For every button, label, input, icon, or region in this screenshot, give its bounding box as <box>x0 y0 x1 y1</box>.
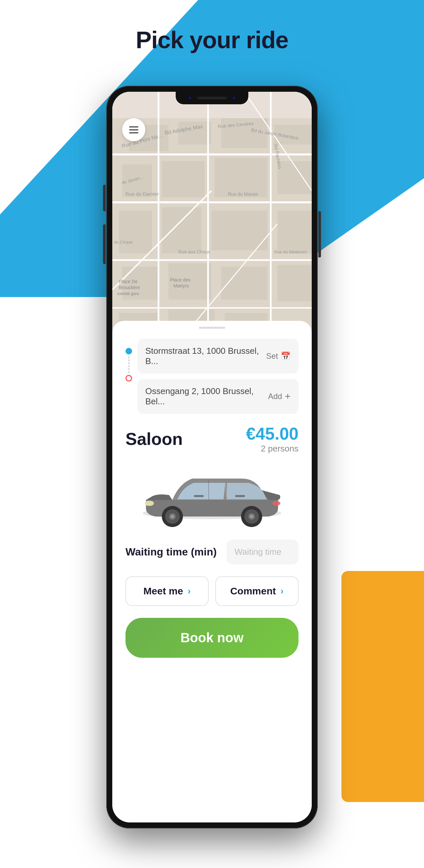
book-now-button[interactable]: Book now <box>125 618 299 658</box>
phone-notch <box>176 92 248 104</box>
car-capacity: 2 persons <box>246 443 299 454</box>
svg-text:oximité gare: oximité gare <box>117 291 139 296</box>
svg-rect-11 <box>162 207 202 253</box>
power-button <box>318 211 321 257</box>
origin-input[interactable]: Stormstraat 13, 1000 Brussel, B... Set 📅 <box>138 339 299 374</box>
svg-point-59 <box>272 501 280 506</box>
svg-text:Rue du Damier: Rue du Damier <box>125 191 159 197</box>
sheet-handle <box>199 327 225 329</box>
car-price: €45.00 <box>246 424 299 443</box>
set-label: Set <box>266 351 278 361</box>
svg-rect-62 <box>194 495 204 497</box>
destination-text: Ossengang 2, 1000 Brussel, Bel... <box>145 386 268 407</box>
speaker <box>197 97 227 99</box>
destination-input[interactable]: Ossengang 2, 1000 Brussel, Bel... Add + <box>138 379 299 414</box>
meet-me-label: Meet me <box>143 586 183 597</box>
hamburger-icon <box>129 126 139 133</box>
svg-rect-7 <box>162 161 205 197</box>
page-title: Pick your ride <box>0 26 424 54</box>
svg-text:Brouckère: Brouckère <box>119 285 140 290</box>
origin-text: Stormstraat 13, 1000 Brussel, B... <box>145 346 266 366</box>
car-type: Saloon <box>125 429 183 449</box>
svg-text:Rue du Marais: Rue du Marais <box>228 191 258 197</box>
svg-point-53 <box>171 515 174 518</box>
route-dots <box>125 339 132 414</box>
set-action[interactable]: Set 📅 <box>266 351 291 361</box>
comment-button[interactable]: Comment › <box>215 576 299 606</box>
svg-text:Place De: Place De <box>119 279 138 284</box>
waiting-input[interactable]: Waiting time <box>226 539 299 564</box>
meet-me-chevron: › <box>187 586 190 596</box>
front-camera <box>188 96 192 100</box>
meet-me-button[interactable]: Meet me › <box>125 576 209 606</box>
svg-point-58 <box>145 501 154 506</box>
svg-rect-12 <box>211 211 268 250</box>
origin-dot <box>125 348 132 354</box>
front-camera-2 <box>232 96 236 100</box>
add-label: Add <box>268 392 282 401</box>
car-section: Saloon €45.00 2 persons <box>125 424 299 530</box>
comment-label: Comment <box>230 586 276 597</box>
waiting-time-section: Waiting time (min) Waiting time <box>125 539 299 564</box>
svg-text:du Cirque: du Cirque <box>114 240 132 245</box>
bottom-sheet: Stormstraat 13, 1000 Brussel, B... Set 📅… <box>112 321 312 823</box>
phone-frame: Rue du Pont Ne... Bd Adolphe Max Rue des… <box>106 86 318 828</box>
plus-icon: + <box>285 391 291 402</box>
svg-text:Place des: Place des <box>170 277 190 282</box>
car-image <box>125 457 299 530</box>
map-menu-button[interactable] <box>122 118 145 141</box>
calendar-icon: 📅 <box>281 351 291 361</box>
svg-rect-17 <box>277 265 312 301</box>
action-buttons: Meet me › Comment › <box>125 576 299 606</box>
waiting-label: Waiting time (min) <box>125 546 217 558</box>
route-connector <box>128 356 129 373</box>
address-section: Stormstraat 13, 1000 Brussel, B... Set 📅… <box>125 339 299 414</box>
destination-dot <box>125 375 132 381</box>
volume-up-button <box>103 224 106 264</box>
map-view: Rue du Pont Ne... Bd Adolphe Max Rue des… <box>112 92 312 343</box>
svg-rect-63 <box>235 495 245 497</box>
svg-text:Rue du Melboom: Rue du Melboom <box>274 249 307 254</box>
svg-text:Rue aux Choux: Rue aux Choux <box>178 249 210 254</box>
bg-yellow-rect <box>341 571 424 802</box>
svg-rect-10 <box>119 211 152 253</box>
svg-rect-13 <box>277 211 312 253</box>
svg-point-57 <box>250 515 253 518</box>
comment-chevron: › <box>281 586 284 596</box>
svg-text:Martyrs: Martyrs <box>173 283 189 288</box>
phone-screen: Rue du Pont Ne... Bd Adolphe Max Rue des… <box>112 92 312 823</box>
add-action[interactable]: Add + <box>268 391 291 402</box>
volume-down-button <box>103 185 106 211</box>
